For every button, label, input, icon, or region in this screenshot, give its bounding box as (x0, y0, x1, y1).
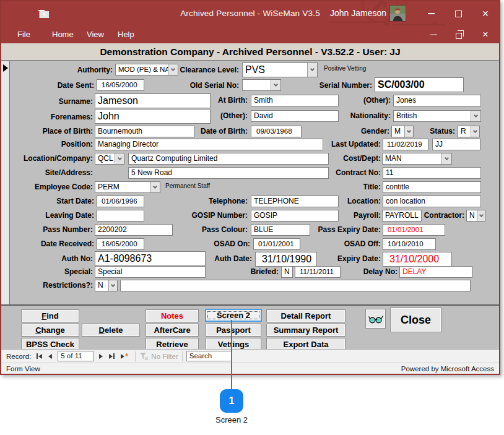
close-form-button[interactable]: Close (390, 308, 441, 332)
notes-button[interactable]: Notes (146, 309, 199, 322)
delay-no-field[interactable]: DELAY (399, 266, 472, 278)
new-record-button[interactable]: * (118, 353, 131, 360)
chevron-down-icon[interactable] (108, 280, 117, 291)
child-restore-button[interactable] (446, 26, 473, 43)
pass-colour-label: Pass Colour: (130, 225, 248, 234)
cost-dept-combobox[interactable]: MAN (382, 153, 452, 165)
record-position-box[interactable]: 5 of 11 (58, 351, 93, 361)
previous-record-button[interactable] (45, 354, 55, 359)
powered-by-text: Powered by Microsoft Access (401, 365, 494, 373)
contract-no-label: Contract No: (263, 168, 381, 177)
user-avatar[interactable] (389, 5, 406, 22)
maximize-button[interactable] (445, 1, 472, 26)
special-label: Special: (0, 267, 93, 276)
maximize-icon (455, 11, 462, 17)
form-body: Authority: MOD (PE) & NATO Clearance Lev… (1, 61, 499, 304)
screenshot-stage: ▾ Archived Personnel - WiSeMan V3.5 John… (0, 0, 504, 435)
last-record-button[interactable] (106, 353, 118, 359)
chevron-down-icon[interactable] (441, 153, 451, 164)
child-minimize-button[interactable] (420, 26, 447, 43)
passport-button[interactable]: Passport (206, 324, 261, 337)
employee-code-note: Permanent Staff (165, 183, 210, 189)
clearance-level-label: Clearance Level: (121, 66, 239, 74)
forenames-label: Forenames: (0, 113, 93, 121)
nationality-combobox[interactable]: British (393, 110, 481, 122)
delete-button[interactable]: Delete (82, 324, 140, 337)
no-filter-label[interactable]: No Filter (151, 353, 178, 360)
surname-label: Surname: (0, 97, 93, 106)
last-record-icon (109, 354, 113, 359)
clearance-level-combobox[interactable]: PVS (242, 62, 318, 77)
menu-help[interactable]: Help (118, 30, 134, 39)
restrictions-detail-field[interactable] (120, 280, 471, 291)
minimize-button[interactable] (417, 1, 445, 26)
contractor-combobox[interactable]: N (466, 210, 485, 222)
surname-other-field[interactable]: Jones (393, 95, 481, 106)
osad-off-label: OSAD Off: (263, 239, 381, 248)
next-record-button[interactable] (96, 354, 106, 359)
restrictions-label: Restrictions?: (0, 281, 93, 290)
aftercare-button[interactable]: AfterCare (146, 324, 199, 337)
next-record-icon (99, 354, 103, 359)
summary-report-button[interactable]: Summary Report (266, 324, 345, 337)
expiry-date-label: Expiry Date: (263, 254, 381, 263)
chevron-down-icon[interactable] (477, 210, 485, 221)
nationality-label: Nationality: (273, 111, 391, 120)
callout-connector-line (231, 320, 232, 392)
location-code-combobox[interactable]: QCL (95, 153, 124, 165)
date-received-label: Date Received: (0, 239, 94, 248)
last-updated-by-field[interactable]: JJ (432, 139, 480, 150)
pass-expiry-date-field[interactable]: 01/01/2001 (383, 224, 445, 236)
expiry-date-field[interactable]: 31/10/2000 (383, 252, 452, 267)
serial-number-field[interactable]: SC/003/00 (375, 77, 464, 92)
osad-off-field[interactable]: 10/10/2010 (383, 238, 436, 250)
find-button[interactable]: Find (21, 309, 79, 322)
chevron-down-icon[interactable] (471, 126, 479, 137)
new-record-asterisk-icon: * (125, 353, 128, 360)
filter-icon (139, 352, 149, 360)
chevron-down-icon[interactable] (471, 111, 480, 121)
place-of-birth-label: Place of Birth: (0, 127, 93, 136)
contractor-label: Contractor: (347, 211, 464, 220)
chevron-down-icon[interactable] (115, 153, 124, 164)
screen2-button[interactable]: Screen 2 (205, 309, 262, 322)
auth-no-label: Auth No: (0, 254, 93, 263)
employee-code-combobox[interactable]: PERM (95, 181, 160, 193)
pass-number-label: Pass Number: (0, 225, 93, 234)
chevron-down-icon[interactable] (150, 182, 160, 192)
surname-other-label: (Other): (273, 96, 391, 105)
menu-view[interactable]: View (87, 30, 104, 39)
detail-report-button[interactable]: Detail Report (266, 309, 345, 322)
menu-home[interactable]: Home (52, 30, 74, 39)
record-search-input[interactable]: Search (186, 351, 232, 361)
callout-step-label: Screen 2 (188, 415, 275, 424)
chevron-down-icon[interactable] (307, 63, 317, 77)
last-updated-date-field[interactable]: 11/02/2019 (383, 139, 428, 150)
close-icon: × (482, 29, 488, 40)
new-record-icon (121, 354, 124, 359)
start-date-label: Start Date: (0, 197, 94, 205)
title-field[interactable]: contitle (383, 181, 481, 193)
status-combobox[interactable]: R (458, 126, 480, 137)
restrictions-combobox[interactable]: N (95, 280, 118, 291)
close-window-button[interactable]: × (472, 1, 499, 26)
status-label: Status: (337, 127, 455, 136)
child-close-button[interactable]: × (472, 26, 499, 43)
separator (135, 351, 136, 361)
previous-record-icon (48, 354, 52, 359)
change-button[interactable]: Change (21, 324, 79, 337)
serial-number-label: Serial Number: (254, 81, 372, 90)
first-record-button[interactable] (33, 353, 45, 359)
clearance-note: Positive Vetting (324, 65, 366, 72)
location-company-label: Location/Company: (0, 154, 93, 163)
menu-file[interactable]: File (17, 30, 30, 39)
contract-no-field[interactable]: 11 (383, 167, 481, 179)
position-label: Position: (0, 140, 93, 149)
record-label: Record: (6, 353, 31, 360)
first-record-icon (38, 354, 42, 359)
osad-on-label: OSAD On: (133, 239, 250, 248)
con-location-field[interactable]: con location (383, 196, 481, 207)
signed-in-user[interactable]: John Jameson (330, 8, 386, 18)
title-label: Title: (263, 183, 381, 191)
view-glasses-button[interactable] (365, 309, 386, 329)
